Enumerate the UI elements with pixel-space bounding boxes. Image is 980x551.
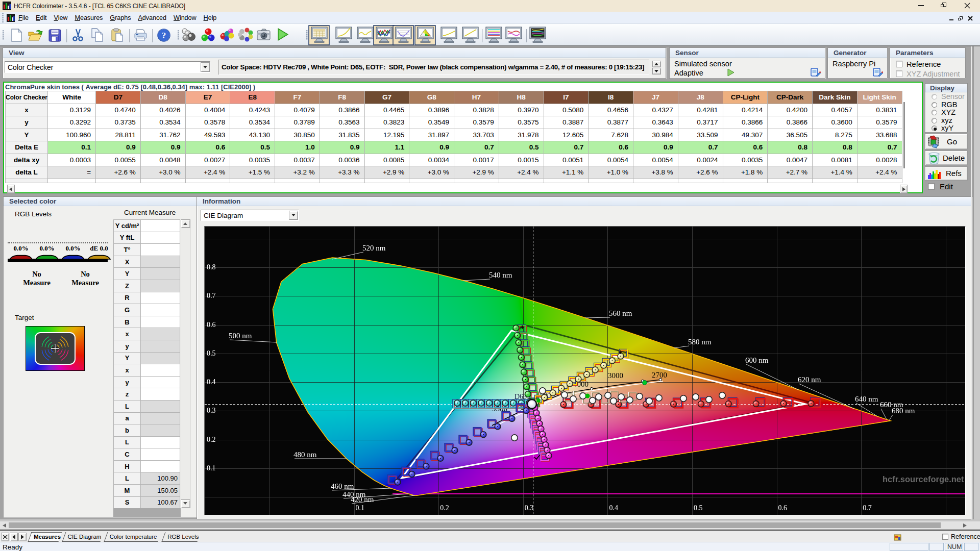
- svg-text:?: ?: [162, 31, 166, 40]
